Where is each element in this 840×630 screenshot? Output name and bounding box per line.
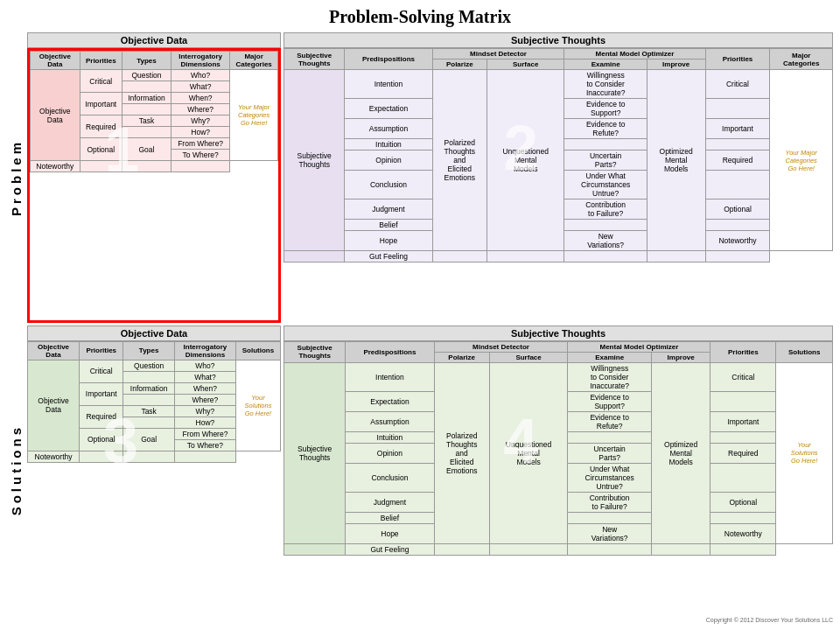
solutions-placeholder-2: YourSolutionsGo Here! [235,360,280,451]
thought-belief-1: Belief [345,220,432,231]
col-obj-data-2: ObjectiveData [28,341,80,360]
thought-assumption-2: Assumption [346,411,434,431]
thought-conclusion-2: Conclusion [346,463,434,492]
s-priority-required-1: Required [705,150,770,171]
thought-opinion-2: Opinion [346,443,434,463]
thought-hope-1: Hope [345,231,432,251]
priority-optional-2: Optional [80,428,123,451]
obj-header-2: Objective Data [27,326,281,341]
s-priority-optional-1: Optional [705,200,770,220]
dim-what-2: What? [174,371,235,382]
thought-hope-2: Hope [346,523,434,543]
col-obj-data: ObjectiveData [31,52,80,70]
major-cat-col-s1: MajorCategories [770,49,833,70]
thought-belief-2: Belief [346,512,434,523]
thought-intuition-2: Intuition [346,431,434,443]
polarized-thoughts-2: PolarizedThoughtsandElicitedEmotions [434,362,489,543]
subj-thoughts-col-2: SubjectiveThoughts [284,341,346,362]
priority-critical-2: Critical [80,360,123,382]
type-task-2: Task [123,405,174,416]
col-priorities: Priorities [80,52,122,70]
dim-when-2: When? [174,382,235,394]
thought-intention-2: Intention [346,362,434,391]
dim-to-where-2: To Where? [174,439,235,451]
examine-uncertain-2: UncertainParts? [568,443,652,463]
page: Problem-Solving Matrix Problem Objective… [0,0,840,630]
solutions-col-s2: Solutions [776,341,833,362]
thought-opinion-1: Opinion [345,150,432,171]
unquestioned-models-1: Unquestio­nedMen­talMo­dels [486,70,564,251]
s-priority-noteworthy-1: Noteworthy [705,231,770,251]
main-title: Problem-Solving Matrix [7,7,833,27]
solutions-label: Solutions [7,326,24,616]
subj-table-2: SubjectiveThoughts Predispositions Minds… [284,341,833,556]
examine-new-variations-1: NewVariations? [564,231,647,251]
examine-col-2: Examine [568,352,652,362]
col-interr-dim-2: InterrogatoryDimensions [174,341,235,360]
obj-table-2: ObjectiveData Priorities Types Interroga… [27,341,281,463]
examine-contribution-1: Contributionto Failure? [564,200,647,220]
subj-thoughts-rows-2: SubjectiveThoughts [284,362,346,543]
dim-why-1: Why? [172,116,230,127]
s-priority-required-2: Required [710,443,776,463]
examine-contribution-2: Contributionto Failure? [568,492,652,512]
subj-table-1: SubjectiveThoughts Predispositions Minds… [284,48,833,262]
dim-from-where-1: From Where? [172,138,230,150]
type-question-2: Question [123,360,174,371]
subj-header-1: Subjective Thoughts [284,32,833,48]
dim-when-1: When? [172,93,230,104]
type-info-1: Infor­mation [122,93,171,104]
problem-label: Problem [7,32,24,323]
type-goal-1: Goal [122,138,171,161]
optimized-models-1: OptimizedMentalModels [647,70,705,251]
s-priority-optional-2: Optional [710,492,776,512]
thought-expectation-2: Expectation [346,391,434,411]
s-major-cat-placeholder-1: Your MajorCategoriesGo Here! [770,70,833,251]
s-priority-noteworthy-2: Noteworthy [710,523,776,543]
col-major-cat: MajorCategories [230,52,278,70]
thought-intention-1: Intention [345,70,432,99]
s-priority-important-2: Important [710,411,776,431]
obj-header-1: Objective Data [27,32,281,48]
priority-noteworthy-1: Noteworthy [31,161,80,172]
s-priority-critical-1: Critical [705,70,770,99]
dim-who-2: Who? [174,360,235,371]
priorities-col-s1: Priorities [705,49,770,70]
col-types: Types [122,52,171,70]
thought-judgment-2: Judgment [346,492,434,512]
examine-willing-1: Willingnessto ConsiderInaccurate? [564,70,647,99]
subj-header-2: Subjective Thoughts [284,326,833,341]
dim-how-2: How? [174,416,235,428]
dim-how-1: How? [172,127,230,138]
priority-important-1: Important [80,93,122,116]
examine-evidence-support-1: Evidence toSupport? [564,99,647,119]
dim-who-1: Who? [172,70,230,81]
thought-judgment-1: Judgment [345,200,432,220]
dim-where-2: Where? [174,394,235,405]
priority-important-2: Important [80,382,123,405]
dim-what-1: What? [172,81,230,93]
improve-col-2: Improve [651,352,710,362]
examine-new-variations-2: NewVariations? [568,523,652,543]
dim-from-where-2: From Where? [174,428,235,439]
thought-expectation-1: Expectation [345,99,432,119]
examine-col-1: Examine [564,60,647,70]
thought-assumption-1: Assumption [345,119,432,139]
s-priority-critical-2: Critical [710,362,776,391]
polarized-thoughts-1: PolarizedThoughtsandElicitedEmotions [432,70,486,251]
surface-col-1: Surface [486,60,564,70]
priorities-col-s2: Priorities [710,341,776,362]
type-question-1: Question [122,70,171,81]
s-priority-important-1: Important [705,119,770,139]
col-interr-dim: InterrogatoryDimensions [172,52,230,70]
type-task-1: Task [122,116,171,127]
priority-optional-1: Optional [80,138,122,161]
col-types-2: Types [123,341,174,360]
mental-model-col-2: Mental Model Optimizer [568,341,710,352]
obj-data-cell-1: ObjectiveData [31,70,80,161]
predispositions-col-2: Predispositions [346,341,434,362]
examine-evidence-refute-1: Evidence toRefute? [564,119,647,139]
s-solutions-placeholder-2: YourSolutionsGo Here! [776,362,833,543]
examine-circumstances-2: Under WhatCircumstancesUntrue? [568,463,652,492]
polarize-col-2: Polarize [434,352,489,362]
